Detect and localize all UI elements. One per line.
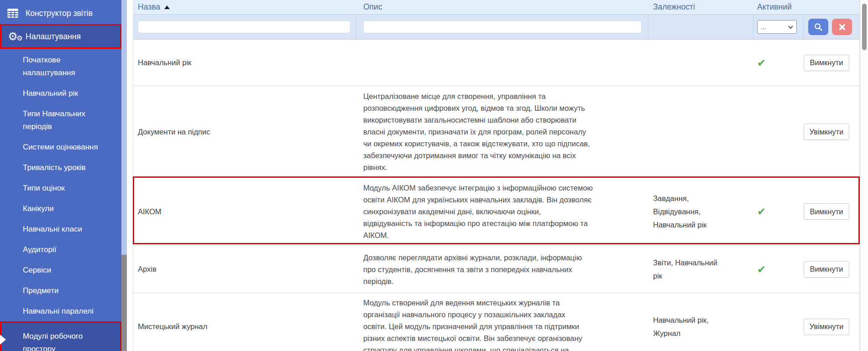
sidebar-item-classes[interactable]: Навчальні класи bbox=[0, 223, 121, 236]
check-icon: ✔ bbox=[757, 263, 766, 275]
enable-module-button[interactable]: Увімкнути bbox=[804, 319, 849, 335]
description-filter-input[interactable] bbox=[363, 21, 642, 33]
module-dependencies: Завдання, Відвідування, Навчальний рік bbox=[648, 192, 753, 232]
table-row-school-year: Навчальний рік ✔ Вимкнути bbox=[133, 40, 859, 86]
sidebar-item-services[interactable]: Сервіси bbox=[0, 264, 121, 277]
sidebar: Конструктор звітів ⚙⚙ Налаштування Почат… bbox=[0, 0, 121, 351]
search-button[interactable] bbox=[808, 19, 828, 35]
gears-icon: ⚙⚙ bbox=[6, 31, 20, 42]
filter-cell-active: ... bbox=[753, 15, 804, 39]
module-description: Модуль створений для ведення мистецьких … bbox=[356, 293, 648, 351]
check-icon: ✔ bbox=[757, 57, 766, 69]
filter-cell-description bbox=[356, 15, 648, 39]
column-header-name[interactable]: Назва bbox=[133, 2, 356, 12]
module-name: Навчальний рік bbox=[133, 58, 356, 67]
module-description bbox=[356, 59, 648, 67]
module-description: Дозволяє переглядати архівні журнали, ро… bbox=[356, 248, 648, 291]
grid-icon bbox=[6, 8, 20, 18]
module-name: Архів bbox=[133, 265, 356, 274]
sidebar-scrollbar-thumb[interactable] bbox=[121, 255, 127, 351]
module-name: Документи на підпис bbox=[133, 128, 356, 136]
page-scrollbar-thumb[interactable] bbox=[862, 4, 867, 50]
search-icon bbox=[814, 23, 822, 31]
column-header-description[interactable]: Опис bbox=[356, 2, 648, 12]
sidebar-item-term-types[interactable]: Типи Навчальних періодів bbox=[0, 108, 121, 133]
active-filter-select[interactable]: ... bbox=[757, 20, 797, 34]
clear-filters-button[interactable] bbox=[832, 19, 852, 35]
table-row-aikom: АІКОМ Модуль АІКОМ забезпечує інтеграцію… bbox=[133, 178, 859, 246]
active-status-cell: ✔ bbox=[753, 263, 804, 275]
column-header-dependencies[interactable]: Залежності bbox=[648, 2, 753, 12]
sidebar-item-grade-levels[interactable]: Навчальні паралелі bbox=[0, 305, 121, 318]
name-filter-input[interactable] bbox=[138, 21, 350, 33]
active-status-cell: ✔ bbox=[753, 57, 804, 69]
sidebar-item-mark-types[interactable]: Типи оцінок bbox=[0, 182, 121, 195]
module-dependencies: Навчальний рік, Журнал bbox=[648, 314, 753, 340]
filter-cell-dependencies bbox=[648, 15, 753, 39]
sidebar-item-holidays[interactable]: Канікули bbox=[0, 202, 121, 215]
sidebar-item-grading-systems[interactable]: Системи оцінювання bbox=[0, 141, 121, 154]
sidebar-item-lesson-duration[interactable]: Тривалість уроків bbox=[0, 161, 121, 174]
module-dependencies: Звіти, Навчальний рік bbox=[648, 256, 753, 283]
sidebar-item-label: Конструктор звітів bbox=[26, 9, 93, 18]
table-header-row: Назва Опис Залежності Активний bbox=[133, 0, 859, 15]
active-status-cell: ✔ bbox=[753, 206, 804, 217]
enable-module-button[interactable]: Увімкнути bbox=[804, 124, 849, 140]
table-row-documents-to-sign: Документи на підпис Централізоване місце… bbox=[133, 86, 859, 178]
sidebar-scrollbar bbox=[121, 0, 127, 351]
sidebar-item-subjects[interactable]: Предмети bbox=[0, 284, 121, 297]
column-header-active[interactable]: Активний bbox=[753, 2, 804, 12]
close-icon bbox=[839, 24, 845, 30]
chevron-down-icon bbox=[788, 26, 793, 29]
current-page-pointer-icon bbox=[0, 335, 6, 345]
table-filter-row: ... bbox=[133, 15, 859, 40]
sort-ascending-icon bbox=[164, 5, 170, 9]
filter-cell-actions bbox=[804, 15, 859, 39]
disable-module-button[interactable]: Вимкнути bbox=[804, 261, 849, 278]
check-icon: ✔ bbox=[757, 206, 766, 217]
module-description: Централізоване місце для створення, упра… bbox=[356, 86, 648, 177]
sidebar-item-workspace-modules[interactable]: Модулі робочого простору bbox=[0, 321, 121, 351]
modules-table: Назва Опис Залежності Активний bbox=[133, 0, 860, 351]
sidebar-item-settings[interactable]: ⚙⚙ Налаштування bbox=[0, 24, 121, 49]
filter-cell-name bbox=[133, 15, 356, 39]
page-scrollbar bbox=[860, 0, 868, 351]
table-row-art-journal: Мистецький журнал Модуль створений для в… bbox=[133, 293, 859, 351]
module-name: АІКОМ bbox=[133, 207, 356, 216]
sidebar-item-label: Налаштування bbox=[26, 32, 81, 41]
sidebar-item-report-constructor[interactable]: Конструктор звітів bbox=[0, 6, 121, 20]
module-name: Мистецький журнал bbox=[133, 322, 356, 331]
disable-module-button[interactable]: Вимкнути bbox=[804, 203, 849, 220]
module-description: Модуль АІКОМ забезпечує інтеграцію з інф… bbox=[356, 178, 648, 245]
disable-module-button[interactable]: Вимкнути bbox=[804, 55, 849, 71]
sidebar-item-school-year[interactable]: Навчальний рік bbox=[0, 87, 121, 100]
app-window: Конструктор звітів ⚙⚙ Налаштування Почат… bbox=[0, 0, 868, 351]
sidebar-item-initial-setup[interactable]: Початкове налаштування bbox=[0, 54, 121, 79]
table-row-archive: Архів Дозволяє переглядати архівні журна… bbox=[133, 246, 859, 293]
sidebar-item-rooms[interactable]: Аудиторії bbox=[0, 243, 121, 256]
sidebar-subnav: Початкове налаштування Навчальний рік Ти… bbox=[0, 54, 121, 351]
